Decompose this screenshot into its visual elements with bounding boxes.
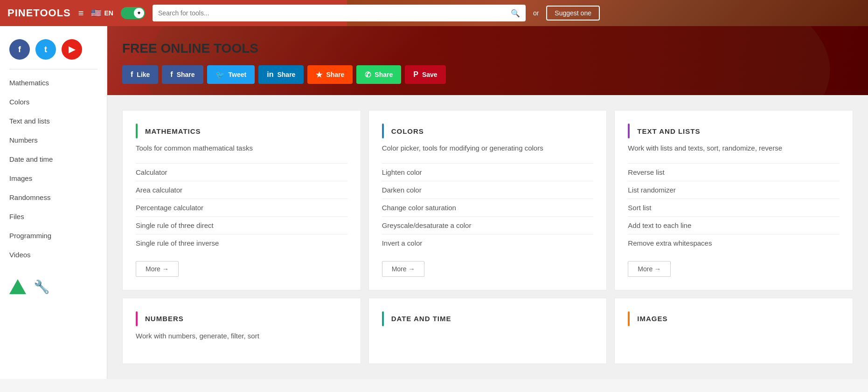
sidebar-item-mathematics[interactable]: Mathematics xyxy=(0,73,107,92)
hero-title: FREE ONLINE TOOLS xyxy=(122,41,853,56)
hero-section: FREE ONLINE TOOLS f Like f Share 🐦 Tweet… xyxy=(107,26,868,95)
list-item[interactable]: Reverse list xyxy=(628,163,840,181)
list-item[interactable]: Area calculator xyxy=(136,181,347,199)
flag-icon: 🇺🇸 xyxy=(91,8,101,18)
text-lists-list: Reverse list List randomizer Sort list A… xyxy=(628,163,840,252)
search-input[interactable] xyxy=(158,9,511,17)
sidebar-divider xyxy=(9,69,97,69)
list-item[interactable]: Darken color xyxy=(382,181,594,199)
list-item[interactable]: Lighten color xyxy=(382,163,594,181)
sidebar-item-numbers[interactable]: Numbers xyxy=(0,131,107,150)
colors-card: COLORS Color picker, tools for modifying… xyxy=(368,110,607,290)
date-time-title: DATE AND TIME xyxy=(391,315,451,323)
images-card: IMAGES xyxy=(614,298,853,364)
share-buttons: f Like f Share 🐦 Tweet in Share ★ Sha xyxy=(122,65,853,84)
sidebar: f t ▶ Mathematics Colors Text and lists … xyxy=(0,26,107,379)
mathematics-header: MATHEMATICS xyxy=(136,124,347,138)
sidebar-twitter-icon[interactable]: t xyxy=(35,39,56,60)
sidebar-item-files[interactable]: Files xyxy=(0,207,107,226)
reddit-share-label: Share xyxy=(326,71,344,78)
triangle-icon xyxy=(9,279,26,294)
logo-pine: PINE xyxy=(7,7,33,19)
reddit-button[interactable]: ★ Share xyxy=(307,65,353,84)
colors-more-button[interactable]: More → xyxy=(382,261,425,277)
theme-toggle[interactable]: ✦ xyxy=(121,7,145,19)
text-lists-more-button[interactable]: More → xyxy=(628,261,671,277)
linkedin-share-label: Share xyxy=(277,71,295,78)
facebook-share-label: Share xyxy=(177,71,195,78)
or-text: or xyxy=(533,9,539,17)
lang-selector[interactable]: 🇺🇸 EN xyxy=(91,8,113,18)
list-item[interactable]: Invert a color xyxy=(382,234,594,252)
list-item[interactable]: Calculator xyxy=(136,163,347,181)
list-item[interactable]: Change color saturation xyxy=(382,199,594,216)
linkedin-icon: in xyxy=(267,70,273,79)
sidebar-item-colors[interactable]: Colors xyxy=(0,92,107,111)
facebook-share-button[interactable]: f Share xyxy=(162,65,203,84)
pinterest-button[interactable]: P Save xyxy=(405,65,445,84)
images-accent xyxy=(628,311,630,326)
mathematics-title: MATHEMATICS xyxy=(145,127,201,135)
list-item[interactable]: Percentage calculator xyxy=(136,199,347,216)
images-title: IMAGES xyxy=(637,315,667,323)
list-item[interactable]: Single rule of three inverse xyxy=(136,234,347,252)
sidebar-item-text-and-lists[interactable]: Text and lists xyxy=(0,111,107,131)
numbers-header: NUMBERS xyxy=(136,311,347,326)
date-time-accent xyxy=(382,311,384,326)
tweet-label: Tweet xyxy=(229,71,247,78)
colors-desc: Color picker, tools for modifying or gen… xyxy=(382,143,594,154)
header: PINETOOLS ≡ 🇺🇸 EN ✦ 🔍 or Suggest one xyxy=(0,0,868,26)
list-item[interactable]: Sort list xyxy=(628,199,840,216)
reddit-icon: ★ xyxy=(316,70,322,79)
sidebar-item-date-and-time[interactable]: Date and time xyxy=(0,150,107,169)
whatsapp-share-label: Share xyxy=(375,71,393,78)
search-icon: 🔍 xyxy=(511,9,520,18)
sidebar-bottom: 🔧 xyxy=(0,272,107,302)
twitter-button[interactable]: 🐦 Tweet xyxy=(207,65,255,84)
list-item[interactable]: Single rule of three direct xyxy=(136,216,347,234)
numbers-accent xyxy=(136,311,138,326)
sidebar-facebook-icon[interactable]: f xyxy=(9,39,30,60)
colors-list: Lighten color Darken color Change color … xyxy=(382,163,594,252)
mathematics-desc: Tools for common mathematical tasks xyxy=(136,143,347,154)
mathematics-more-button[interactable]: More → xyxy=(136,261,179,277)
social-icons: f t ▶ xyxy=(0,34,107,69)
hamburger-icon[interactable]: ≡ xyxy=(78,8,84,19)
suggest-button[interactable]: Suggest one xyxy=(546,6,600,21)
tools-grid: MATHEMATICS Tools for common mathematica… xyxy=(107,95,868,379)
content: FREE ONLINE TOOLS f Like f Share 🐦 Tweet… xyxy=(107,26,868,379)
logo-tools: TOOLS xyxy=(33,7,70,19)
sidebar-youtube-icon[interactable]: ▶ xyxy=(62,39,82,60)
lang-label: EN xyxy=(104,9,113,17)
sidebar-item-videos[interactable]: Videos xyxy=(0,245,107,264)
list-item[interactable]: Remove extra whitespaces xyxy=(628,234,840,252)
like-label: Like xyxy=(137,71,150,78)
sidebar-item-randomness[interactable]: Randomness xyxy=(0,188,107,207)
like-button[interactable]: f Like xyxy=(122,65,158,84)
text-lists-desc: Work with lists and texts, sort, randomi… xyxy=(628,143,840,154)
list-item[interactable]: Greyscale/desaturate a color xyxy=(382,216,594,234)
images-header: IMAGES xyxy=(628,311,840,326)
linkedin-button[interactable]: in Share xyxy=(258,65,304,84)
numbers-desc: Work with numbers, generate, filter, sor… xyxy=(136,331,347,342)
logo: PINETOOLS xyxy=(7,7,71,19)
colors-header: COLORS xyxy=(382,124,594,138)
list-item[interactable]: Add text to each line xyxy=(628,216,840,234)
sidebar-item-programming[interactable]: Programming xyxy=(0,226,107,245)
numbers-card: NUMBERS Work with numbers, generate, fil… xyxy=(122,298,361,364)
numbers-title: NUMBERS xyxy=(145,315,184,323)
toggle-icon: ✦ xyxy=(137,10,141,16)
text-lists-card: TEXT AND LISTS Work with lists and texts… xyxy=(614,110,853,290)
tools-icon: 🔧 xyxy=(34,279,50,295)
list-item[interactable]: List randomizer xyxy=(628,181,840,199)
main-layout: f t ▶ Mathematics Colors Text and lists … xyxy=(0,26,868,379)
mathematics-card: MATHEMATICS Tools for common mathematica… xyxy=(122,110,361,290)
sidebar-item-images[interactable]: Images xyxy=(0,169,107,188)
text-lists-accent xyxy=(628,124,630,138)
colors-accent xyxy=(382,124,384,138)
colors-title: COLORS xyxy=(391,127,424,135)
date-time-header: DATE AND TIME xyxy=(382,311,594,326)
pinterest-icon: P xyxy=(413,70,418,79)
whatsapp-button[interactable]: ✆ Share xyxy=(356,65,401,84)
facebook-like-icon: f xyxy=(131,70,133,79)
